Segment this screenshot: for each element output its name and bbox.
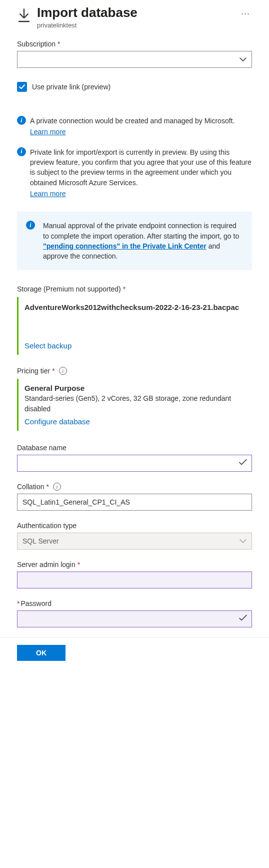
pricing-title: General Purpose (24, 384, 246, 392)
storage-label: Storage (Premium not supported)* (17, 285, 252, 293)
import-icon (17, 8, 31, 24)
storage-selection: AdventureWorks2012withchecksum-2022-2-16… (17, 297, 252, 355)
info-icon: i (17, 116, 26, 125)
collation-input[interactable] (17, 494, 252, 511)
server-admin-login-input[interactable] (17, 572, 252, 588)
database-name-input[interactable] (17, 455, 252, 472)
subscription-label: Subscription* (17, 40, 252, 48)
info-icon: i (17, 147, 26, 156)
use-private-link-checkbox[interactable] (17, 82, 27, 92)
select-backup-link[interactable]: Select backup (24, 341, 246, 350)
server-admin-login-label: Server admin login* (17, 561, 252, 569)
info-icon: i (26, 221, 35, 230)
info-tooltip-icon[interactable]: i (53, 483, 61, 491)
checkmark-icon (239, 615, 247, 623)
storage-filename: AdventureWorks2012withchecksum-2022-2-16… (24, 302, 246, 312)
page-header: Import database privatelinktest ··· (17, 0, 252, 29)
auth-type-label: Authentication type (17, 522, 252, 530)
chevron-down-icon (240, 57, 246, 62)
collation-label: Collation* i (17, 483, 252, 491)
password-input[interactable] (17, 610, 252, 627)
ok-button[interactable]: OK (17, 645, 66, 661)
pricing-desc: Standard-series (Gen5), 2 vCores, 32 GB … (24, 393, 246, 414)
chevron-down-icon (240, 539, 246, 544)
info-preview-text: Private link for import/export is curren… (30, 148, 252, 187)
info-private-connection-text: A private connection would be created an… (30, 117, 234, 125)
checkmark-icon (239, 459, 247, 468)
auth-type-select[interactable]: SQL Server (17, 533, 252, 550)
subscription-select[interactable] (17, 51, 252, 68)
configure-database-link[interactable]: Configure database (24, 417, 246, 426)
database-name-label: Database name (17, 444, 252, 452)
pending-connections-link[interactable]: "pending connections" in the Private Lin… (43, 242, 206, 250)
more-actions-button[interactable]: ··· (239, 9, 252, 18)
password-label: *Password (17, 599, 252, 607)
learn-more-link[interactable]: Learn more (30, 190, 66, 198)
pricing-tier-selection: General Purpose Standard-series (Gen5), … (17, 379, 252, 431)
info-tooltip-icon[interactable]: i (59, 367, 67, 375)
pricing-tier-label: Pricing tier* i (17, 367, 252, 375)
use-private-link-label: Use private link (preview) (32, 83, 110, 91)
manual-approval-callout: i Manual approval of the private endpoin… (17, 212, 252, 270)
learn-more-link[interactable]: Learn more (30, 128, 66, 136)
callout-text-pre: Manual approval of the private endpoint … (43, 222, 239, 240)
page-subtitle: privatelinktest (37, 21, 239, 29)
page-title: Import database (37, 5, 239, 20)
